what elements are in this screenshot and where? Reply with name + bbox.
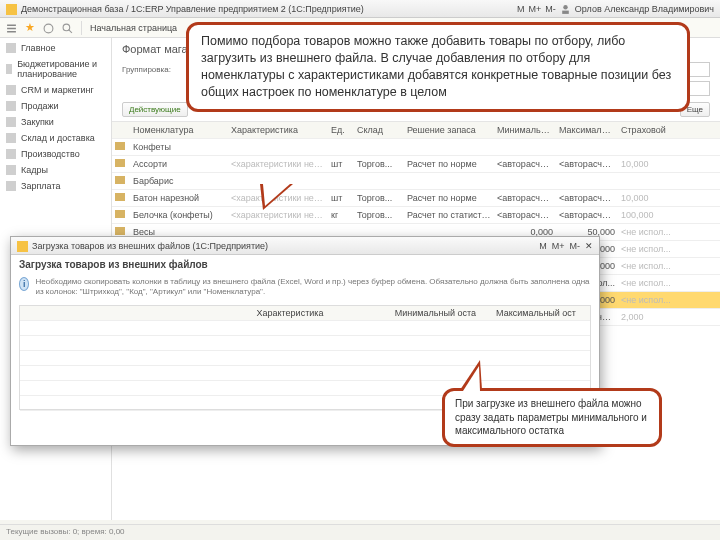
col-char: Характеристика <box>228 125 328 135</box>
sidebar-item-budget[interactable]: Бюджетирование и планирование <box>0 56 111 82</box>
m-btn[interactable]: M <box>517 4 525 14</box>
import-grid-row[interactable] <box>20 321 590 336</box>
app-icon <box>6 4 17 14</box>
cell-ins: <не испол... <box>618 295 676 305</box>
sidebar-item-sales[interactable]: Продажи <box>0 98 111 114</box>
mcol-min: Минимальный оста <box>380 308 480 318</box>
cell-name: Белочка (конфеты) <box>130 210 228 220</box>
dialog-title: Загрузка товаров из внешних файлов (1С:П… <box>32 241 268 251</box>
table-row[interactable]: Белочка (конфеты)<характеристики не исп.… <box>112 207 720 224</box>
cell-max: <авторасчет по... <box>556 193 618 203</box>
import-grid-row[interactable] <box>20 351 590 366</box>
window-titlebar: Демонстрационная база / 1C:ERP Управлени… <box>0 0 720 18</box>
import-grid-row[interactable] <box>20 366 590 381</box>
folder-icon <box>115 159 125 167</box>
callout-tail <box>463 366 480 391</box>
sidebar-item-label: Производство <box>21 149 80 159</box>
user-icon <box>560 4 571 14</box>
titlebar-right: M M+ M- Орлов Александр Владимирович <box>517 4 714 14</box>
user-name: Орлов Александр Владимирович <box>575 4 714 14</box>
table-row[interactable]: Ассорти<характеристики не исп...>штТорго… <box>112 156 720 173</box>
cell-ins: 10,000 <box>618 159 676 169</box>
cell-name: Ассорти <box>130 159 228 169</box>
cart-icon <box>6 117 16 127</box>
m-btn[interactable]: M <box>539 241 547 251</box>
table-row[interactable]: Барбарис <box>112 173 720 190</box>
people-icon <box>6 165 16 175</box>
cell-way: Расчет по статистике <box>404 210 494 220</box>
breadcrumb-home[interactable]: Начальная страница <box>90 23 177 33</box>
import-grid-row[interactable] <box>20 336 590 351</box>
cell-unit: шт <box>328 159 354 169</box>
col-min: Минимальный <box>494 125 556 135</box>
sidebar-item-production[interactable]: Производство <box>0 146 111 162</box>
cell-name: Батон нарезной <box>130 193 228 203</box>
m-btn[interactable]: M+ <box>552 241 565 251</box>
cell-store: Торгов... <box>354 193 404 203</box>
cell-ins: 2,000 <box>618 312 676 322</box>
budget-icon <box>6 64 12 74</box>
folder-icon <box>115 176 125 184</box>
sidebar-item-purchases[interactable]: Закупки <box>0 114 111 130</box>
sidebar-item-label: Главное <box>21 43 55 53</box>
sidebar-item-crm[interactable]: CRM и маркетинг <box>0 82 111 98</box>
col-way: Решение запаса <box>404 125 494 135</box>
sidebar-item-main[interactable]: Главное <box>0 40 111 56</box>
table-row[interactable]: Конфеты <box>112 139 720 156</box>
cell-char: <характеристики не исп...> <box>228 210 328 220</box>
dialog-info: i Необходимо скопировать колонки в табли… <box>11 274 599 301</box>
cell-name: Конфеты <box>130 142 228 152</box>
cell-ins: <не испол... <box>618 278 676 288</box>
tab-active[interactable]: Действующие <box>122 102 188 117</box>
folder-icon <box>115 193 125 201</box>
sidebar-item-label: Склад и доставка <box>21 133 95 143</box>
callout-main: Помимо подбора товаров можно также добав… <box>186 22 690 112</box>
window-title: Демонстрационная база / 1C:ERP Управлени… <box>21 4 364 14</box>
search-icon[interactable] <box>62 23 73 33</box>
cell-min: <авторасчет п... <box>494 193 556 203</box>
m-btn[interactable]: M+ <box>529 4 542 14</box>
info-icon: i <box>19 277 29 291</box>
box-icon <box>6 133 16 143</box>
cell-store: Торгов... <box>354 210 404 220</box>
cell-ins: 10,000 <box>618 193 676 203</box>
sidebar-item-salary[interactable]: Зарплата <box>0 178 111 194</box>
sidebar-item-hr[interactable]: Кадры <box>0 162 111 178</box>
folder-icon <box>115 210 125 218</box>
svg-point-1 <box>563 5 567 9</box>
cell-min: <авторасчет п... <box>494 210 556 220</box>
mcol-max: Максимальный ост <box>480 308 580 318</box>
cell-store: Торгов... <box>354 159 404 169</box>
salary-icon <box>6 181 16 191</box>
col-max: Максимальный <box>556 125 618 135</box>
import-grid-header: Характеристика Минимальный оста Максимал… <box>20 306 590 321</box>
svg-rect-2 <box>562 10 569 13</box>
cell-way: Расчет по норме <box>404 193 494 203</box>
cell-max: <авторасчет по... <box>556 210 618 220</box>
cell-unit: кг <box>328 210 354 220</box>
star-icon[interactable]: ★ <box>25 21 35 34</box>
cell-ins: 100,000 <box>618 210 676 220</box>
m-btn[interactable]: M- <box>570 241 581 251</box>
svg-line-5 <box>69 29 72 32</box>
home-icon <box>6 43 16 53</box>
col-store: Склад <box>354 125 404 135</box>
dialog-titlebar: Загрузка товаров из внешних файлов (1С:П… <box>11 237 599 255</box>
cell-name: Барбарис <box>130 176 228 186</box>
folder-icon <box>115 142 125 150</box>
crm-icon <box>6 85 16 95</box>
close-icon[interactable]: ✕ <box>585 241 593 251</box>
sales-icon <box>6 101 16 111</box>
history-icon[interactable] <box>43 23 54 33</box>
sidebar-item-label: Зарплата <box>21 181 60 191</box>
factory-icon <box>6 149 16 159</box>
menu-icon[interactable] <box>6 23 17 33</box>
sidebar-item-warehouse[interactable]: Склад и доставка <box>0 130 111 146</box>
callout-tail <box>263 184 290 206</box>
separator <box>81 21 82 35</box>
cell-ins: <не испол... <box>618 244 676 254</box>
table-row[interactable]: Батон нарезной<характеристики не исп...>… <box>112 190 720 207</box>
m-btn[interactable]: M- <box>545 4 556 14</box>
svg-rect-6 <box>17 241 28 252</box>
dialog-heading: Загрузка товаров из внешних файлов <box>11 255 599 274</box>
